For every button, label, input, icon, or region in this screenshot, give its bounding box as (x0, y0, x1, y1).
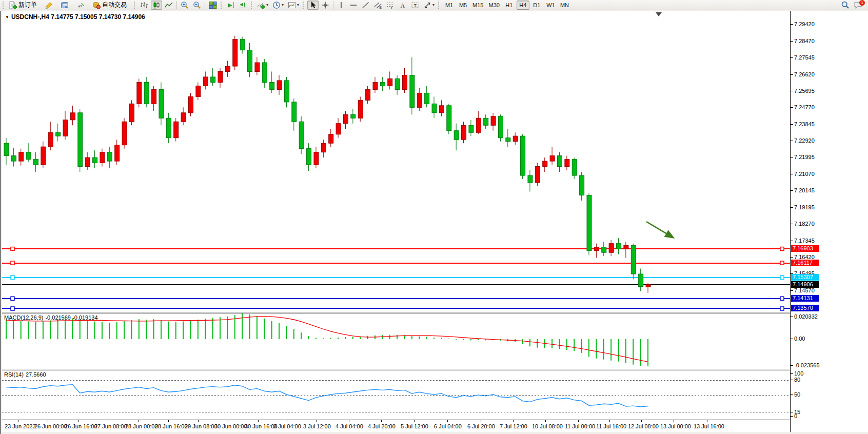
time-tick-label: 29 Jun 08:00 (185, 423, 218, 429)
price-scale[interactable]: 7.294207.284707.275457.266207.256957.247… (790, 11, 868, 432)
timeframe-h1-button[interactable]: H1 (503, 1, 516, 10)
toolbar-grip[interactable] (438, 2, 440, 9)
chevron-down-icon: ▾ (266, 3, 268, 7)
time-tick (707, 420, 707, 422)
line-handle[interactable] (11, 275, 14, 279)
line-handle[interactable] (11, 261, 14, 265)
toolbar-grip[interactable] (3, 2, 5, 9)
cursor-button[interactable] (307, 1, 319, 10)
price-tick-label: 7.23845 (794, 121, 815, 127)
chart-ohlc-values: 7.14775 7.15005 7.14730 7.14906 (51, 13, 145, 21)
resistance-line-2-price-tag[interactable]: 7.16117 (791, 260, 819, 266)
timeframe-mn-button[interactable]: MN (558, 1, 571, 10)
chart-title: ▼USDCNH-,H4 7.14775 7.15005 7.14730 7.14… (5, 13, 145, 21)
main-price-pane[interactable] (2, 11, 790, 312)
channel-button[interactable]: E (372, 1, 384, 10)
zoom-in-button[interactable] (179, 1, 190, 10)
signals-button[interactable] (75, 1, 86, 10)
rsi-name: RSI(14) (4, 371, 24, 378)
line-handle[interactable] (11, 247, 14, 251)
autotrading-label: 自动交易 (102, 1, 127, 9)
notifications-button[interactable]: 1 (852, 1, 864, 10)
timeframe-h4-button[interactable]: H4 (517, 1, 529, 10)
macd-scale-label: 0.020332 (794, 313, 818, 320)
time-tick-label: 30 Jun 00:00 (214, 423, 247, 429)
marker-button[interactable] (43, 1, 54, 10)
macd-pane[interactable] (2, 313, 790, 369)
resistance-line-1-price-tag[interactable]: 7.16903 (791, 245, 819, 252)
zoom-out-icon (193, 1, 201, 9)
chart-shift-button[interactable] (238, 1, 249, 10)
time-tick (139, 420, 139, 422)
timeframe-d1-button[interactable]: D1 (530, 1, 543, 10)
line-handle[interactable] (780, 307, 784, 310)
fibonacci-icon: F (386, 1, 394, 9)
new-order-button[interactable]: 新订单 (7, 1, 38, 10)
tile-windows-button[interactable] (207, 1, 219, 10)
time-tick-label: 11 Jul 00:00 (565, 423, 595, 429)
support-line-blue-2-price-tag[interactable]: 7.13570 (791, 305, 819, 311)
time-tick-label: 13 Jul 00:00 (660, 423, 691, 429)
timeframe-m30-button[interactable]: M30 (486, 1, 501, 10)
horizontal-line-button[interactable] (348, 1, 359, 10)
price-tick-label: 7.26620 (794, 71, 815, 77)
timeframe-w1-button[interactable]: W1 (544, 1, 557, 10)
vertical-line-button[interactable] (336, 1, 347, 10)
bar-chart-button[interactable] (139, 1, 150, 10)
timeframe-m15-button[interactable]: M15 (470, 1, 485, 10)
autotrading-button[interactable]: 自动交易 (91, 1, 128, 10)
auto-scroll-button[interactable] (225, 1, 236, 10)
zoom-out-button[interactable] (191, 1, 203, 10)
timeframe-m1-button[interactable]: M1 (443, 1, 456, 10)
one-click-expand-icon[interactable]: ▼ (5, 15, 9, 19)
search-button[interactable] (839, 1, 851, 10)
chart-shift-marker[interactable] (656, 12, 662, 16)
line-handle[interactable] (780, 247, 784, 251)
line-handle[interactable] (780, 297, 784, 300)
line-chart-button[interactable] (163, 1, 174, 10)
rsi-scale-label: 100 (794, 370, 803, 377)
rsi-pane[interactable] (2, 370, 790, 420)
time-axis[interactable]: 23 Jun 202326 Jun 00:0026 Jun 16:0027 Ju… (2, 420, 790, 432)
candlestick-chart-button[interactable] (151, 1, 162, 10)
toolbar-grip[interactable] (134, 2, 136, 9)
current-price-line-price-tag[interactable]: 7.14906 (791, 281, 819, 288)
crosshair-button[interactable] (320, 1, 331, 10)
metaeditor-button[interactable] (59, 1, 70, 10)
macd-name: MACD(12,26,9) (4, 314, 43, 321)
support-line-cyan-price-tag[interactable]: 7.15307 (791, 274, 819, 281)
timeframe-m5-button[interactable]: M5 (457, 1, 469, 10)
trendline-button[interactable] (360, 1, 371, 10)
line-handle[interactable] (780, 275, 784, 279)
arrows-button[interactable]: ▾ (422, 1, 436, 10)
toolbar-grip[interactable] (221, 2, 223, 9)
time-tick (18, 420, 18, 422)
crosshair-icon (321, 1, 329, 9)
price-tick-label: 7.21995 (794, 154, 815, 160)
template-icon (288, 1, 296, 9)
time-tick-label: 5 Jul 12:00 (401, 423, 428, 429)
time-tick-label: 6 Jul 04:00 (434, 423, 462, 429)
fibonacci-button[interactable]: F (385, 1, 396, 10)
toolbar-grip[interactable] (303, 2, 305, 9)
support-line-blue-1-price-tag[interactable]: 7.14131 (791, 295, 819, 302)
time-tick-label: 27 Jun 08:00 (94, 423, 127, 429)
line-handle[interactable] (780, 261, 784, 265)
periods-button[interactable]: ▾ (271, 1, 285, 10)
time-tick-label: 12 Jul 08:00 (628, 423, 659, 429)
price-tick-label: 7.21070 (794, 171, 815, 177)
toolbar-grip[interactable] (251, 2, 253, 9)
add-indicator-button[interactable]: ▾ (255, 1, 270, 10)
time-tick (414, 420, 415, 422)
vertical-line-icon (337, 1, 345, 9)
label-button[interactable]: T (409, 1, 421, 10)
text-button[interactable]: A (397, 1, 408, 10)
arrow-annotation[interactable] (646, 222, 673, 238)
line-handle[interactable] (11, 297, 14, 300)
line-handle[interactable] (11, 307, 14, 310)
new-order-label: 新订单 (18, 1, 37, 9)
line-chart-icon (165, 1, 173, 9)
svg-text:A: A (401, 2, 405, 9)
time-tick-label: 6 Jul 20:00 (467, 423, 495, 429)
template-button[interactable]: ▾ (286, 1, 301, 10)
